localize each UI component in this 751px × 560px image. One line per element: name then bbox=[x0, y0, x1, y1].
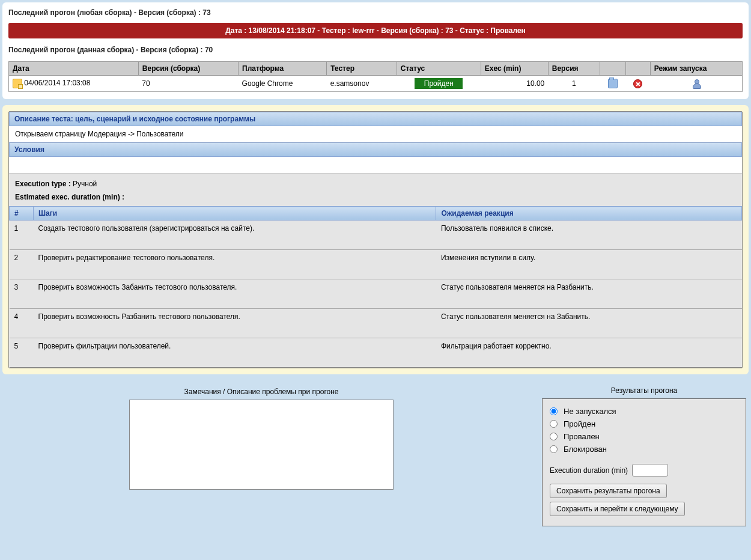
step-num: 2 bbox=[10, 250, 34, 279]
col-step-num: # bbox=[10, 207, 34, 221]
last-run-fail-bar: Дата : 13/08/2014 21:18:07 - Тестер : le… bbox=[8, 23, 743, 38]
radio-blocked[interactable]: Блокирован bbox=[550, 443, 738, 455]
results-box: Не запускался Пройден Провален Блокирова… bbox=[542, 398, 746, 526]
last-run-panel: Последний прогон (любая сборка) - Версия… bbox=[2, 2, 749, 99]
run-history-table: Дата Версия (сборка) Платформа Тестер Ст… bbox=[8, 61, 743, 92]
col-action2 bbox=[625, 62, 650, 76]
radio-passed[interactable]: Пройден bbox=[550, 418, 738, 430]
step-num: 3 bbox=[10, 279, 34, 309]
radio-blocked-input[interactable] bbox=[550, 445, 558, 453]
step-text: Проверить возможность Забанить тестового… bbox=[34, 279, 436, 309]
exec-duration-field: Execution duration (min) bbox=[550, 455, 738, 484]
step-expected: Статус пользователя меняется на Забанить… bbox=[436, 309, 742, 338]
col-tester: Тестер bbox=[327, 62, 397, 76]
step-expected: Пользователь появился в списке. bbox=[436, 221, 742, 250]
row-version: 1 bbox=[548, 76, 600, 92]
conditions-header: Условия bbox=[9, 142, 742, 157]
step-row: 2Проверить редактирование тестового поль… bbox=[10, 250, 742, 279]
save-and-next-button[interactable]: Сохранить и перейти к следующему bbox=[550, 502, 685, 516]
radio-passed-input[interactable] bbox=[550, 420, 558, 428]
step-row: 1Создать тестового пользователя (зарегис… bbox=[10, 221, 742, 250]
user-icon[interactable] bbox=[692, 79, 701, 88]
step-text: Проверить возможность Разбанить тестовог… bbox=[34, 309, 436, 338]
table-row: 04/06/2014 17:03:08 70 Google Chrome e.s… bbox=[9, 76, 743, 92]
radio-not-run-input[interactable] bbox=[550, 407, 558, 415]
last-run-this-title: Последний прогон (данная сборка) - Верси… bbox=[8, 43, 743, 56]
col-step-expected: Ожидаемая реакция bbox=[436, 207, 742, 221]
row-date: 04/06/2014 17:03:08 bbox=[24, 79, 90, 87]
row-build: 70 bbox=[138, 76, 238, 92]
col-platform: Платформа bbox=[239, 62, 327, 76]
step-row: 5Проверить фильтрации пользователей.Филь… bbox=[10, 338, 742, 368]
bottom-area: Замечания / Описание проблемы при прогон… bbox=[2, 383, 749, 529]
col-build: Версия (сборка) bbox=[138, 62, 238, 76]
save-results-button[interactable]: Сохранить результаты прогона bbox=[550, 484, 667, 498]
radio-failed[interactable]: Провален bbox=[550, 430, 738, 443]
step-text: Проверить редактирование тестового польз… bbox=[34, 250, 436, 279]
step-expected: Статус пользователя меняется на Разбанит… bbox=[436, 279, 742, 309]
col-status: Статус bbox=[397, 62, 481, 76]
exec-type-line: Execution type : Ручной bbox=[15, 177, 736, 190]
notes-label: Замечания / Описание проблемы при прогон… bbox=[5, 383, 518, 400]
exec-duration-input[interactable] bbox=[632, 464, 668, 476]
col-action1 bbox=[600, 62, 626, 76]
col-version: Версия bbox=[548, 62, 600, 76]
step-num: 5 bbox=[10, 338, 34, 368]
results-title: Результаты прогона bbox=[542, 383, 746, 398]
step-text: Проверить фильтрации пользователей. bbox=[34, 338, 436, 368]
col-step-text: Шаги bbox=[34, 207, 436, 221]
steps-table: # Шаги Ожидаемая реакция 1Создать тестов… bbox=[9, 206, 742, 368]
row-tester: e.samsonov bbox=[327, 76, 397, 92]
col-date: Дата bbox=[9, 62, 139, 76]
note-icon[interactable] bbox=[13, 79, 22, 88]
step-row: 3Проверить возможность Забанить тестовог… bbox=[10, 279, 742, 309]
step-text: Создать тестового пользователя (зарегист… bbox=[34, 221, 436, 250]
notes-textarea[interactable] bbox=[129, 400, 394, 490]
status-badge-passed: Пройден bbox=[415, 78, 463, 89]
step-row: 4Проверить возможность Разбанить тестово… bbox=[10, 309, 742, 338]
last-run-any-title: Последний прогон (любая сборка) - Версия… bbox=[8, 6, 743, 19]
col-mode: Режим запуска bbox=[650, 62, 742, 76]
open-icon[interactable] bbox=[608, 79, 618, 88]
step-num: 1 bbox=[10, 221, 34, 250]
step-expected: Изменения вступили в силу. bbox=[436, 250, 742, 279]
delete-icon[interactable] bbox=[633, 79, 642, 88]
conditions-body bbox=[9, 157, 742, 174]
test-details-panel: Описание теста: цель, сценарий и исходно… bbox=[2, 105, 749, 374]
desc-header: Описание теста: цель, сценарий и исходно… bbox=[9, 112, 742, 126]
col-exec: Exec (min) bbox=[481, 62, 548, 76]
step-expected: Фильтрация работает корректно. bbox=[436, 338, 742, 368]
row-exec: 10.00 bbox=[481, 76, 548, 92]
exec-duration-line: Estimated exec. duration (min) : bbox=[15, 190, 736, 204]
desc-body: Открываем страницу Модерация -> Пользова… bbox=[9, 126, 742, 142]
step-num: 4 bbox=[10, 309, 34, 338]
radio-failed-input[interactable] bbox=[550, 433, 558, 440]
row-platform: Google Chrome bbox=[239, 76, 327, 92]
radio-not-run[interactable]: Не запускался bbox=[550, 405, 738, 418]
